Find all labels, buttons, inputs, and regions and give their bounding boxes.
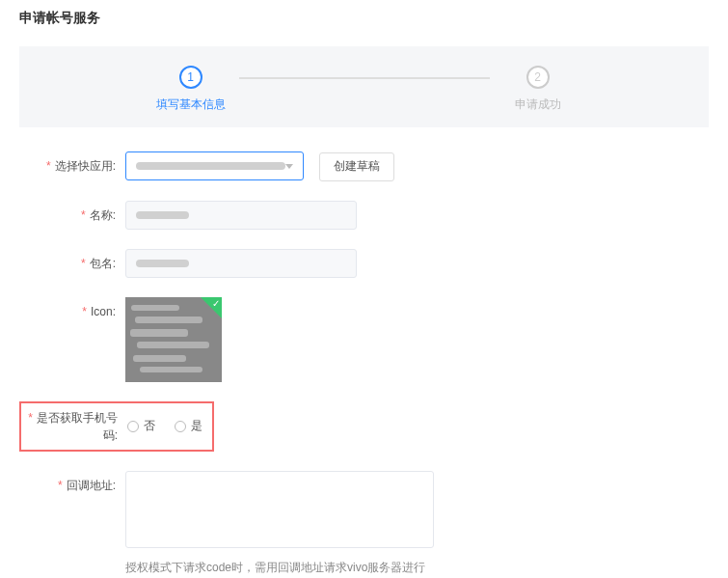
radio-no-label: 否 xyxy=(144,418,155,434)
redacted-value xyxy=(136,260,189,267)
label-select-app: 选择快应用: xyxy=(19,151,125,180)
label-pkg: 包名: xyxy=(19,249,125,278)
step-number-2: 2 xyxy=(526,66,550,89)
radio-icon xyxy=(175,421,186,432)
step-fill-info: 1 填写基本信息 xyxy=(143,66,239,113)
redacted-value xyxy=(136,162,285,170)
label-icon: Icon: xyxy=(19,297,125,326)
steps-bar: 1 填写基本信息 2 申请成功 xyxy=(19,46,709,127)
step-connector xyxy=(239,77,490,79)
radio-yes[interactable]: 是 xyxy=(175,418,202,434)
callback-textarea[interactable] xyxy=(125,471,434,548)
page-title: 申请帐号服务 xyxy=(19,10,709,27)
radio-yes-label: 是 xyxy=(191,418,202,434)
name-input[interactable] xyxy=(125,201,357,230)
radio-icon xyxy=(127,421,139,432)
get-phone-highlight: 是否获取手机号码: 否 是 xyxy=(19,401,214,452)
pkg-input[interactable] xyxy=(125,249,357,278)
redacted-value xyxy=(136,211,189,219)
step-label-1: 填写基本信息 xyxy=(156,96,226,113)
step-number-1: 1 xyxy=(179,66,202,89)
label-name: 名称: xyxy=(19,201,125,230)
chevron-down-icon xyxy=(285,164,293,169)
callback-helper: 授权模式下请求code时，需用回调地址请求vivo服务器进行校验。请您联系技术人… xyxy=(125,558,434,579)
create-draft-button[interactable]: 创建草稿 xyxy=(319,152,394,181)
step-success: 2 申请成功 xyxy=(490,66,586,113)
helper-text: 授权模式下请求code时，需用回调地址请求vivo服务器进行校验。请您联系技术人… xyxy=(125,561,426,579)
label-callback: 回调地址: xyxy=(19,471,125,500)
get-phone-radio-group: 否 是 xyxy=(127,412,202,441)
radio-no[interactable]: 否 xyxy=(127,418,155,434)
select-app-dropdown[interactable] xyxy=(125,151,304,180)
form: 选择快应用: 创建草稿 名称: 包名: Icon: ✓ xyxy=(19,151,709,578)
icon-preview[interactable]: ✓ xyxy=(125,297,222,382)
label-get-phone: 是否获取手机号码: xyxy=(21,409,127,444)
redacted-icon-content xyxy=(125,297,222,382)
step-label-2: 申请成功 xyxy=(515,96,561,113)
